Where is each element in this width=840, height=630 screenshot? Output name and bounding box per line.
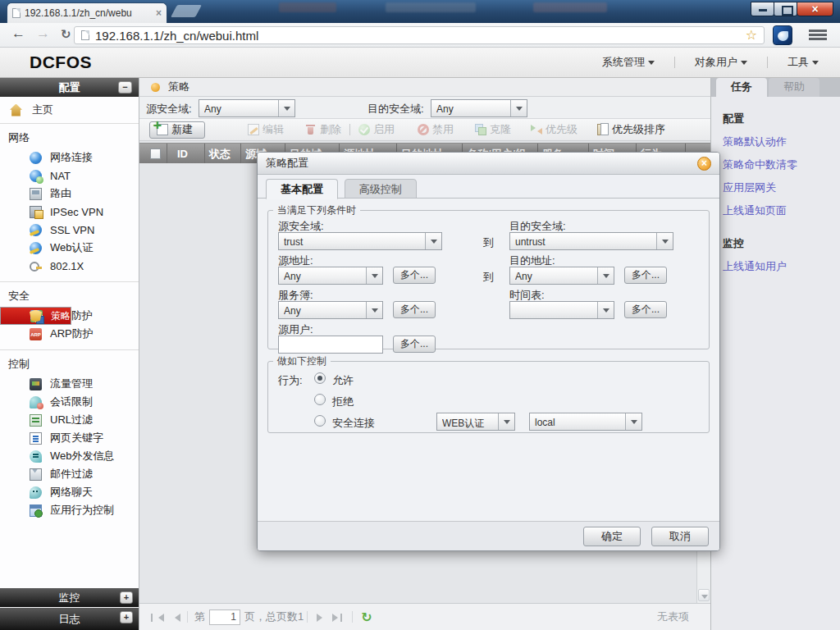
tab-task[interactable]: 任务: [716, 78, 767, 97]
sidebar-item-mail-filter[interactable]: 邮件过滤: [0, 465, 139, 483]
back-icon[interactable]: ←: [11, 25, 25, 42]
pagination-divider: [307, 611, 308, 623]
chevron-down-icon[interactable]: [625, 413, 641, 430]
tab-close-icon[interactable]: ×: [156, 8, 162, 18]
browser-extension-icon[interactable]: [773, 25, 792, 45]
dst-zone-filter-select[interactable]: Any: [431, 99, 527, 117]
window-maximize-button[interactable]: [774, 2, 797, 16]
refresh-icon[interactable]: ↻: [361, 609, 372, 625]
tab-basic-config[interactable]: 基本配置: [266, 179, 338, 199]
browser-tab[interactable]: 192.168.1.1/zh_cn/webu ×: [7, 2, 167, 23]
src-zone-filter-select[interactable]: Any: [199, 99, 295, 117]
link-policy-hit-reset[interactable]: 策略命中数清零: [723, 158, 840, 172]
link-online-notice-page[interactable]: 上线通知页面: [723, 203, 840, 218]
schedule-multi-button[interactable]: 多个...: [624, 301, 667, 318]
tab-advanced-control[interactable]: 高级控制: [345, 179, 417, 199]
service-multi-button[interactable]: 多个...: [393, 301, 436, 318]
menu-object-user[interactable]: 对象用户: [695, 55, 747, 70]
expand-plus-icon[interactable]: +: [120, 611, 133, 623]
col-id[interactable]: ID: [167, 144, 205, 163]
dst-addr-multi-button[interactable]: 多个...: [624, 267, 667, 284]
chevron-down-icon[interactable]: [597, 267, 614, 284]
auth-type-select[interactable]: WEB认证: [436, 413, 515, 431]
chevron-down-icon[interactable]: [278, 100, 294, 116]
enable-button[interactable]: 启用: [358, 122, 395, 137]
service-select[interactable]: Any: [278, 301, 383, 319]
sidebar-item-web-keyword[interactable]: 网页关键字: [0, 429, 139, 447]
chevron-down-icon[interactable]: [510, 100, 527, 116]
sidebar-item-route[interactable]: 路由: [0, 185, 139, 203]
expand-plus-icon[interactable]: +: [120, 591, 133, 604]
menu-system-admin[interactable]: 系统管理: [602, 55, 655, 70]
dialog-titlebar[interactable]: 策略配置: [258, 153, 719, 175]
last-page-icon[interactable]: [331, 611, 344, 623]
edit-button[interactable]: 编辑: [248, 122, 284, 137]
src-addr-select[interactable]: Any: [278, 267, 383, 285]
col-status[interactable]: 状态: [205, 144, 241, 163]
browser-menu-icon[interactable]: [809, 30, 827, 41]
priority-button[interactable]: 优先级: [531, 122, 578, 137]
disable-button[interactable]: 禁用: [418, 122, 454, 137]
window-minimize-button[interactable]: [751, 2, 774, 16]
new-button[interactable]: 新建: [149, 121, 205, 139]
chevron-down-icon[interactable]: [425, 233, 441, 249]
sidebar-item-app-control[interactable]: 应用行为控制: [0, 501, 139, 519]
auth-server-select[interactable]: local: [529, 413, 642, 431]
delete-button[interactable]: 删除: [305, 122, 341, 137]
sidebar-item-ipsec-vpn[interactable]: IPSec VPN: [0, 203, 139, 221]
tab-help[interactable]: 帮助: [769, 78, 819, 97]
sidebar-item-web-auth[interactable]: Web认证: [0, 239, 139, 257]
src-user-input[interactable]: [278, 336, 383, 354]
page-number-input[interactable]: [209, 609, 240, 625]
chevron-down-icon[interactable]: [597, 302, 614, 318]
cancel-button[interactable]: 取消: [651, 527, 709, 546]
sidebar-item-session-limit[interactable]: 会话限制: [0, 393, 139, 411]
schedule-select[interactable]: [509, 301, 614, 319]
clone-button[interactable]: 克隆: [475, 122, 511, 137]
ok-button[interactable]: 确定: [583, 527, 641, 546]
select-all-checkbox[interactable]: [150, 148, 161, 159]
sidebar-panel-log[interactable]: 日志 +: [0, 608, 139, 630]
first-page-icon[interactable]: [149, 611, 162, 623]
dst-addr-select[interactable]: Any: [509, 267, 614, 285]
window-close-button[interactable]: [797, 2, 833, 16]
radio-deny[interactable]: [314, 394, 326, 405]
prev-page-icon[interactable]: [167, 611, 179, 623]
radio-permit[interactable]: [314, 372, 326, 384]
sidebar-item-web-post[interactable]: Web外发信息: [0, 447, 139, 465]
sidebar-item-ssl-vpn[interactable]: SSL VPN: [0, 221, 139, 239]
scroll-down-arrow-icon[interactable]: [698, 589, 710, 601]
radio-secure-connect[interactable]: [314, 415, 326, 427]
dialog-close-icon[interactable]: [697, 157, 711, 171]
next-page-icon[interactable]: [314, 611, 326, 623]
sidebar-item-traffic-mgmt[interactable]: 流量管理: [0, 375, 139, 393]
chevron-down-icon[interactable]: [366, 302, 382, 318]
sidebar-item-network-connect[interactable]: 网络连接: [0, 148, 139, 167]
reload-icon[interactable]: ↻: [61, 27, 71, 42]
sidebar-item-url-filter[interactable]: URL过滤: [0, 411, 139, 429]
sidebar-item-home[interactable]: 主页: [0, 97, 139, 124]
link-online-notice-user[interactable]: 上线通知用户: [723, 259, 840, 274]
sidebar-item-nat[interactable]: NAT: [0, 167, 139, 185]
url-text[interactable]: 192.168.1.1/zh_cn/webui.html: [95, 29, 740, 43]
bookmark-star-icon[interactable]: ☆: [746, 29, 757, 42]
src-user-multi-button[interactable]: 多个...: [393, 336, 436, 353]
src-addr-multi-button[interactable]: 多个...: [393, 267, 436, 284]
sidebar-item-im-chat[interactable]: 网络聊天: [0, 483, 139, 501]
address-bar[interactable]: 192.168.1.1/zh_cn/webui.html ☆: [74, 26, 765, 44]
forward-icon[interactable]: →: [36, 25, 50, 42]
new-tab-button[interactable]: [171, 5, 202, 17]
menu-tools[interactable]: 工具: [788, 55, 819, 70]
chevron-down-icon[interactable]: [366, 267, 382, 284]
sidebar-item-8021x[interactable]: 802.1X: [0, 257, 139, 275]
link-policy-default-action[interactable]: 策略默认动作: [723, 135, 840, 149]
priority-sort-button[interactable]: 优先级排序: [597, 122, 665, 137]
sidebar-collapse-button[interactable]: −: [118, 81, 132, 94]
dst-zone-select[interactable]: untrust: [509, 232, 673, 250]
chevron-down-icon[interactable]: [656, 233, 673, 249]
src-zone-select[interactable]: trust: [278, 232, 442, 250]
sidebar-item-arp-defense[interactable]: ARP防护: [0, 325, 139, 343]
chevron-down-icon[interactable]: [498, 413, 514, 430]
link-alg[interactable]: 应用层网关: [723, 180, 840, 195]
sidebar-panel-monitor[interactable]: 监控 +: [0, 588, 139, 607]
